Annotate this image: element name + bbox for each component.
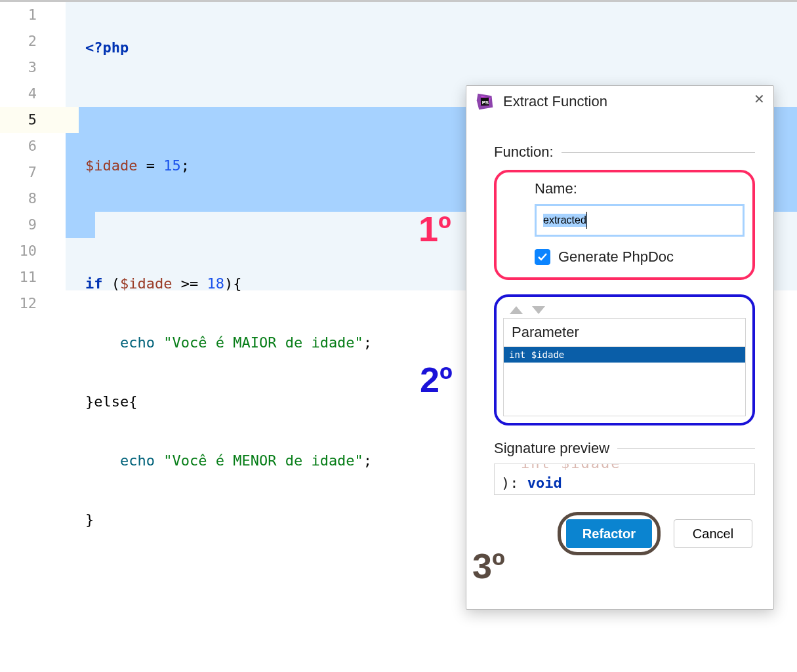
section-divider xyxy=(562,152,756,153)
annotation-step-2: 2º xyxy=(420,359,453,400)
code-token: ){ xyxy=(224,275,242,292)
code-token: } xyxy=(85,511,94,528)
sig-token: ): xyxy=(501,475,527,491)
code-indent xyxy=(85,452,120,469)
line-number: 10 xyxy=(0,238,66,264)
line-number: 7 xyxy=(0,159,66,186)
code-token: <?php xyxy=(85,39,129,56)
line-number: 8 xyxy=(0,186,66,212)
move-down-icon[interactable] xyxy=(532,306,545,314)
dialog-title: Extract Function xyxy=(503,93,607,110)
name-input-value: extracted xyxy=(543,214,586,227)
code-token: $idade xyxy=(120,275,172,292)
code-token: >= xyxy=(172,275,207,292)
generate-phpdoc-label: Generate PhpDoc xyxy=(558,248,674,266)
code-token: }else{ xyxy=(85,393,137,410)
svg-text:PS: PS xyxy=(482,100,489,106)
annotation-step-3: 3º xyxy=(472,545,505,586)
parameter-row[interactable]: int $idade xyxy=(504,347,745,363)
name-input[interactable]: extracted xyxy=(535,204,745,237)
signature-preview-label: Signature preview xyxy=(494,440,609,457)
code-indent xyxy=(85,334,120,351)
code-token: 18 xyxy=(207,275,224,292)
annotation-highlight-3: Refactor xyxy=(558,512,661,555)
line-number: 11 xyxy=(0,264,66,290)
line-number: 1 xyxy=(0,2,66,28)
signature-line-1: int $idade xyxy=(521,464,621,471)
generate-phpdoc-checkbox[interactable] xyxy=(535,249,550,265)
text-caret xyxy=(586,212,587,229)
move-up-icon[interactable] xyxy=(510,306,523,314)
annotation-highlight-1: Name: extracted Generate PhpDoc xyxy=(494,170,755,280)
dialog-header: PS Extract Function ✕ xyxy=(466,86,773,116)
parameter-header: Parameter xyxy=(504,319,745,347)
name-label: Name: xyxy=(535,180,741,197)
code-token: $idade xyxy=(85,157,137,174)
cancel-button[interactable]: Cancel xyxy=(674,519,752,548)
line-number: 6 xyxy=(0,133,66,159)
extract-function-dialog: PS Extract Function ✕ Function: Name: ex… xyxy=(466,85,774,610)
signature-preview: int $idade ): void xyxy=(494,464,755,495)
line-number: 12 xyxy=(0,290,66,317)
line-number: 4 xyxy=(0,81,66,107)
function-section-label: Function: xyxy=(494,144,554,161)
code-token: ( xyxy=(112,275,120,292)
phpstorm-icon: PS xyxy=(476,92,494,111)
code-token: ; xyxy=(181,157,190,174)
sig-token: void xyxy=(527,475,562,491)
close-icon[interactable]: ✕ xyxy=(752,92,766,106)
code-token: ; xyxy=(363,334,372,351)
line-number: 9 xyxy=(0,212,66,238)
line-number-current: 5 xyxy=(0,107,66,133)
code-token: = xyxy=(137,157,163,174)
gutter: 1 2 3 4 5 6 7 8 9 10 11 12 xyxy=(0,2,66,317)
line-number: 3 xyxy=(0,54,66,81)
line-number: 2 xyxy=(0,28,66,54)
parameter-table[interactable]: Parameter int $idade xyxy=(503,318,746,416)
refactor-button[interactable]: Refactor xyxy=(566,519,652,548)
code-token: if xyxy=(85,275,112,292)
code-token: echo xyxy=(120,452,163,469)
annotation-highlight-2: Parameter int $idade xyxy=(494,294,755,425)
annotation-step-1: 1º xyxy=(419,208,451,249)
code-token: 15 xyxy=(163,157,181,174)
code-token: echo xyxy=(120,334,163,351)
code-token: ; xyxy=(363,452,372,469)
section-divider xyxy=(617,448,755,449)
code-token: "Você é MAIOR de idade" xyxy=(163,334,363,351)
code-token: "Você é MENOR de idade" xyxy=(163,452,363,469)
